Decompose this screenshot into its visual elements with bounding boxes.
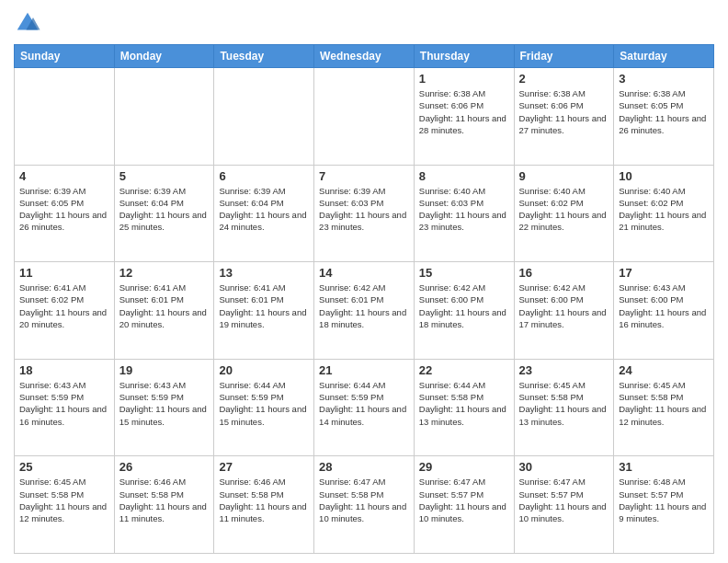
- day-number: 13: [219, 266, 309, 280]
- calendar-cell: 3Sunrise: 6:38 AMSunset: 6:05 PMDaylight…: [614, 68, 714, 166]
- day-number: 21: [319, 363, 409, 377]
- day-info: Sunrise: 6:47 AMSunset: 5:58 PMDaylight:…: [319, 476, 409, 524]
- day-number: 1: [419, 72, 509, 86]
- day-info: Sunrise: 6:47 AMSunset: 5:57 PMDaylight:…: [419, 476, 509, 524]
- calendar-cell: [114, 68, 214, 166]
- calendar-week-row: 18Sunrise: 6:43 AMSunset: 5:59 PMDayligh…: [15, 359, 714, 456]
- day-number: 3: [619, 72, 709, 86]
- calendar-cell: 7Sunrise: 6:39 AMSunset: 6:03 PMDaylight…: [314, 165, 415, 262]
- day-number: 23: [519, 363, 609, 377]
- day-number: 26: [119, 460, 210, 474]
- day-of-week-header: Monday: [114, 45, 214, 68]
- day-number: 29: [419, 460, 509, 474]
- day-number: 28: [319, 460, 409, 474]
- day-number: 16: [519, 266, 609, 280]
- day-number: 24: [619, 363, 709, 377]
- day-info: Sunrise: 6:44 AMSunset: 5:59 PMDaylight:…: [319, 379, 409, 428]
- calendar-cell: 15Sunrise: 6:42 AMSunset: 6:00 PMDayligh…: [414, 262, 514, 360]
- calendar-cell: 24Sunrise: 6:45 AMSunset: 5:58 PMDayligh…: [614, 359, 714, 456]
- header: [14, 9, 714, 37]
- day-info: Sunrise: 6:39 AMSunset: 6:03 PMDaylight:…: [319, 185, 409, 234]
- calendar-cell: 21Sunrise: 6:44 AMSunset: 5:59 PMDayligh…: [314, 359, 415, 456]
- calendar-cell: 27Sunrise: 6:46 AMSunset: 5:58 PMDayligh…: [214, 456, 314, 554]
- day-info: Sunrise: 6:38 AMSunset: 6:05 PMDaylight:…: [619, 87, 709, 136]
- day-info: Sunrise: 6:41 AMSunset: 6:02 PMDaylight:…: [19, 282, 109, 330]
- day-info: Sunrise: 6:45 AMSunset: 5:58 PMDaylight:…: [619, 379, 709, 428]
- day-number: 2: [519, 72, 609, 86]
- day-info: Sunrise: 6:39 AMSunset: 6:04 PMDaylight:…: [219, 185, 309, 234]
- calendar-cell: [15, 68, 115, 166]
- day-number: 11: [19, 266, 109, 280]
- day-info: Sunrise: 6:41 AMSunset: 6:01 PMDaylight:…: [119, 282, 210, 330]
- day-number: 17: [619, 266, 709, 280]
- day-number: 8: [419, 169, 509, 183]
- day-info: Sunrise: 6:44 AMSunset: 5:59 PMDaylight:…: [219, 379, 309, 428]
- day-number: 6: [219, 169, 309, 183]
- day-info: Sunrise: 6:40 AMSunset: 6:02 PMDaylight:…: [619, 185, 709, 234]
- day-info: Sunrise: 6:42 AMSunset: 6:00 PMDaylight:…: [519, 282, 609, 330]
- day-of-week-header: Friday: [514, 45, 614, 68]
- day-info: Sunrise: 6:44 AMSunset: 5:58 PMDaylight:…: [419, 379, 509, 428]
- day-number: 19: [119, 363, 210, 377]
- calendar-cell: 16Sunrise: 6:42 AMSunset: 6:00 PMDayligh…: [514, 262, 614, 360]
- day-info: Sunrise: 6:38 AMSunset: 6:06 PMDaylight:…: [419, 87, 509, 136]
- day-info: Sunrise: 6:41 AMSunset: 6:01 PMDaylight:…: [219, 282, 309, 330]
- calendar-cell: 13Sunrise: 6:41 AMSunset: 6:01 PMDayligh…: [214, 262, 314, 360]
- day-number: 25: [19, 460, 109, 474]
- calendar-cell: 11Sunrise: 6:41 AMSunset: 6:02 PMDayligh…: [15, 262, 115, 360]
- day-info: Sunrise: 6:42 AMSunset: 6:00 PMDaylight:…: [419, 282, 509, 330]
- day-number: 9: [519, 169, 609, 183]
- calendar: SundayMondayTuesdayWednesdayThursdayFrid…: [14, 44, 714, 554]
- day-number: 20: [219, 363, 309, 377]
- calendar-cell: 10Sunrise: 6:40 AMSunset: 6:02 PMDayligh…: [614, 165, 714, 262]
- day-number: 27: [219, 460, 309, 474]
- day-number: 30: [519, 460, 609, 474]
- calendar-cell: [214, 68, 314, 166]
- day-number: 18: [19, 363, 109, 377]
- calendar-week-row: 11Sunrise: 6:41 AMSunset: 6:02 PMDayligh…: [15, 262, 714, 360]
- calendar-cell: 29Sunrise: 6:47 AMSunset: 5:57 PMDayligh…: [414, 456, 514, 554]
- day-of-week-header: Thursday: [414, 45, 514, 68]
- day-info: Sunrise: 6:46 AMSunset: 5:58 PMDaylight:…: [219, 476, 309, 524]
- page: SundayMondayTuesdayWednesdayThursdayFrid…: [0, 0, 728, 563]
- day-of-week-header: Tuesday: [214, 45, 314, 68]
- day-number: 5: [119, 169, 210, 183]
- day-number: 22: [419, 363, 509, 377]
- day-info: Sunrise: 6:46 AMSunset: 5:58 PMDaylight:…: [119, 476, 210, 524]
- day-info: Sunrise: 6:39 AMSunset: 6:04 PMDaylight:…: [119, 185, 210, 234]
- calendar-cell: 17Sunrise: 6:43 AMSunset: 6:00 PMDayligh…: [614, 262, 714, 360]
- calendar-cell: 22Sunrise: 6:44 AMSunset: 5:58 PMDayligh…: [414, 359, 514, 456]
- calendar-week-row: 4Sunrise: 6:39 AMSunset: 6:05 PMDaylight…: [15, 165, 714, 262]
- calendar-cell: 19Sunrise: 6:43 AMSunset: 5:59 PMDayligh…: [114, 359, 214, 456]
- calendar-cell: 31Sunrise: 6:48 AMSunset: 5:57 PMDayligh…: [614, 456, 714, 554]
- calendar-cell: 25Sunrise: 6:45 AMSunset: 5:58 PMDayligh…: [15, 456, 115, 554]
- calendar-cell: 1Sunrise: 6:38 AMSunset: 6:06 PMDaylight…: [414, 68, 514, 166]
- calendar-cell: 8Sunrise: 6:40 AMSunset: 6:03 PMDaylight…: [414, 165, 514, 262]
- day-info: Sunrise: 6:45 AMSunset: 5:58 PMDaylight:…: [519, 379, 609, 428]
- calendar-cell: 30Sunrise: 6:47 AMSunset: 5:57 PMDayligh…: [514, 456, 614, 554]
- day-number: 7: [319, 169, 409, 183]
- calendar-week-row: 1Sunrise: 6:38 AMSunset: 6:06 PMDaylight…: [15, 68, 714, 166]
- day-number: 31: [619, 460, 709, 474]
- day-info: Sunrise: 6:39 AMSunset: 6:05 PMDaylight:…: [19, 185, 109, 234]
- day-number: 4: [19, 169, 109, 183]
- day-info: Sunrise: 6:43 AMSunset: 6:00 PMDaylight:…: [619, 282, 709, 330]
- calendar-cell: 23Sunrise: 6:45 AMSunset: 5:58 PMDayligh…: [514, 359, 614, 456]
- day-number: 15: [419, 266, 509, 280]
- calendar-cell: 18Sunrise: 6:43 AMSunset: 5:59 PMDayligh…: [15, 359, 115, 456]
- day-info: Sunrise: 6:38 AMSunset: 6:06 PMDaylight:…: [519, 87, 609, 136]
- calendar-cell: 4Sunrise: 6:39 AMSunset: 6:05 PMDaylight…: [15, 165, 115, 262]
- calendar-cell: 9Sunrise: 6:40 AMSunset: 6:02 PMDaylight…: [514, 165, 614, 262]
- day-number: 12: [119, 266, 210, 280]
- calendar-cell: 5Sunrise: 6:39 AMSunset: 6:04 PMDaylight…: [114, 165, 214, 262]
- day-info: Sunrise: 6:47 AMSunset: 5:57 PMDaylight:…: [519, 476, 609, 524]
- logo-icon: [14, 9, 41, 37]
- day-info: Sunrise: 6:40 AMSunset: 6:03 PMDaylight:…: [419, 185, 509, 234]
- day-number: 10: [619, 169, 709, 183]
- day-number: 14: [319, 266, 409, 280]
- calendar-header-row: SundayMondayTuesdayWednesdayThursdayFrid…: [15, 45, 714, 68]
- day-of-week-header: Sunday: [15, 45, 115, 68]
- day-info: Sunrise: 6:43 AMSunset: 5:59 PMDaylight:…: [19, 379, 109, 428]
- logo: [14, 9, 45, 37]
- calendar-cell: 20Sunrise: 6:44 AMSunset: 5:59 PMDayligh…: [214, 359, 314, 456]
